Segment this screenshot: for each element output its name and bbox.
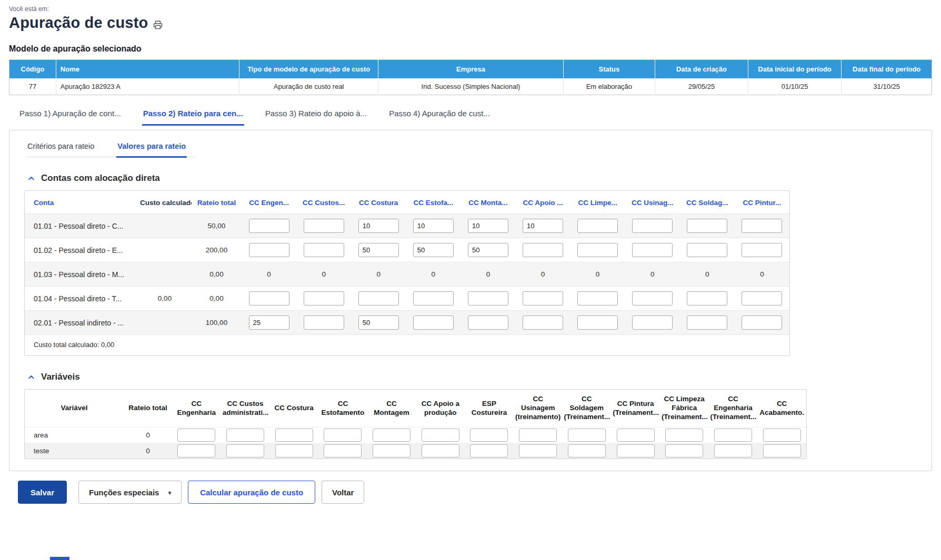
variable-input[interactable] [373, 429, 411, 442]
allocation-input[interactable] [468, 315, 508, 330]
allocation-input[interactable] [249, 315, 289, 330]
direct-column-header[interactable]: CC Custos... [296, 191, 351, 214]
variable-input[interactable] [568, 429, 606, 442]
model-column-header: Nome [56, 60, 239, 79]
variable-input[interactable] [373, 444, 411, 457]
allocation-input[interactable] [358, 219, 399, 233]
allocation-input[interactable] [468, 243, 508, 257]
variable-input[interactable] [568, 444, 606, 457]
variable-cell [465, 443, 514, 459]
direct-column-header[interactable]: Conta [25, 191, 138, 214]
direct-column-header[interactable]: CC Pintur... [735, 191, 789, 214]
chevron-up-icon[interactable] [27, 175, 35, 182]
rateio-total-value: 50,00 [192, 214, 242, 238]
allocation-input[interactable] [742, 243, 782, 257]
direct-column-header[interactable]: CC Soldag... [680, 191, 735, 214]
direct-column-header[interactable]: CC Engen... [242, 191, 296, 214]
allocation-input[interactable] [249, 219, 289, 233]
model-column-header: Data inicial do período [748, 60, 842, 79]
step-tab-4[interactable]: Passo 4) Apuração de cust... [388, 109, 491, 126]
chevron-up-icon[interactable] [27, 373, 35, 381]
calculate-cost-button[interactable]: Calcular apuração de custo [188, 481, 315, 504]
allocation-input[interactable] [632, 243, 673, 257]
variable-input[interactable] [714, 444, 752, 457]
direct-column-header[interactable]: CC Apoio ... [515, 191, 570, 214]
direct-column-header[interactable]: CC Limpe... [570, 191, 625, 214]
allocation-input[interactable] [632, 315, 673, 330]
allocation-input[interactable] [687, 315, 727, 330]
allocation-input[interactable] [577, 315, 618, 330]
variable-input[interactable] [617, 429, 655, 442]
direct-column-header[interactable]: CC Monta... [461, 191, 515, 214]
printer-icon[interactable] [153, 20, 163, 29]
allocation-input[interactable] [577, 291, 618, 306]
allocation-input[interactable] [523, 243, 563, 257]
direct-column-header[interactable]: CC Estofa... [406, 191, 461, 214]
variable-input[interactable] [519, 444, 557, 457]
allocation-cell [515, 311, 570, 335]
allocation-input[interactable] [304, 243, 344, 257]
sub-tab-1[interactable]: Critérios para rateio [26, 141, 95, 157]
variable-input[interactable] [177, 429, 215, 442]
allocation-input[interactable] [358, 291, 399, 306]
step-tab-3[interactable]: Passo 3) Rateio do apoio à... [264, 109, 368, 126]
allocation-input[interactable] [413, 291, 454, 306]
variable-input[interactable] [226, 444, 264, 457]
variable-input[interactable] [422, 429, 459, 442]
allocation-input[interactable] [577, 243, 618, 257]
allocation-input[interactable] [468, 291, 508, 306]
direct-column-header[interactable]: CC Usinag... [625, 191, 680, 214]
variable-input[interactable] [275, 444, 313, 457]
allocation-input[interactable] [249, 291, 289, 306]
variable-input[interactable] [324, 429, 362, 442]
allocation-input[interactable] [523, 291, 563, 306]
direct-column-header[interactable]: CC Costura [351, 191, 406, 214]
variable-input[interactable] [763, 429, 801, 442]
allocation-input[interactable] [687, 243, 727, 257]
sub-tab-2[interactable]: Valores para rateio [116, 141, 187, 158]
allocation-input[interactable] [358, 315, 399, 330]
allocation-input[interactable] [687, 219, 727, 233]
variable-input[interactable] [275, 429, 313, 442]
allocation-input[interactable] [413, 219, 454, 233]
direct-column-header[interactable]: Rateio total [192, 191, 242, 214]
variable-input[interactable] [617, 444, 655, 457]
variable-input[interactable] [714, 429, 752, 442]
allocation-input[interactable] [468, 219, 508, 233]
variable-input[interactable] [177, 444, 215, 457]
allocation-input[interactable] [742, 219, 782, 233]
allocation-input[interactable] [304, 291, 344, 306]
model-column-header: Data de criação [655, 60, 748, 79]
step-tab-2[interactable]: Passo 2) Rateio para cen... [142, 109, 244, 126]
allocation-input[interactable] [413, 243, 454, 257]
allocation-input[interactable] [632, 219, 673, 233]
variable-input[interactable] [470, 444, 508, 457]
allocation-input[interactable] [413, 315, 454, 330]
variable-input[interactable] [324, 444, 362, 457]
allocation-input[interactable] [632, 291, 673, 306]
allocation-input[interactable] [577, 219, 618, 233]
variable-input[interactable] [470, 429, 508, 442]
variable-input[interactable] [763, 444, 801, 457]
back-button[interactable]: Voltar [322, 481, 364, 504]
allocation-input[interactable] [742, 291, 782, 306]
allocation-input[interactable] [249, 243, 289, 257]
allocation-input[interactable] [304, 315, 344, 330]
allocation-input[interactable] [687, 291, 727, 306]
variable-input[interactable] [519, 429, 557, 442]
variable-cell [172, 427, 221, 443]
step-tab-1[interactable]: Passo 1) Apuração de cont... [18, 109, 122, 126]
special-functions-button[interactable]: Funções especiais ▾ [78, 481, 182, 504]
variables-column-header: CC Custos administrati... [221, 390, 270, 427]
variable-input[interactable] [665, 444, 703, 457]
variable-input[interactable] [422, 444, 459, 457]
allocation-input[interactable] [523, 315, 563, 330]
allocation-input[interactable] [523, 219, 563, 233]
variable-input[interactable] [665, 429, 703, 442]
allocation-input[interactable] [742, 315, 782, 330]
allocation-cell [680, 287, 735, 311]
save-button[interactable]: Salvar [18, 481, 67, 504]
variable-input[interactable] [226, 429, 264, 442]
allocation-input[interactable] [358, 243, 399, 257]
allocation-input[interactable] [304, 219, 344, 233]
